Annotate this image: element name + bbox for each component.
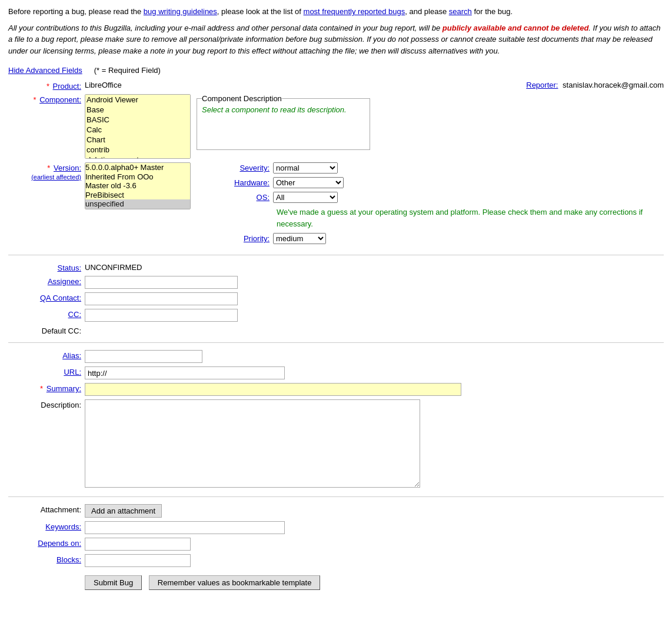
- assignee-input[interactable]: [85, 276, 238, 289]
- component-option-android-viewer[interactable]: Android Viewer: [85, 95, 190, 105]
- submit-buttons: Submit Bug Remember values as bookmarkab…: [85, 575, 664, 590]
- summary-label[interactable]: Summary:: [46, 384, 81, 393]
- depends-on-label-col: Depends on:: [8, 538, 85, 548]
- status-value: UNCONFIRMED: [85, 263, 142, 272]
- status-field: UNCONFIRMED: [85, 263, 664, 272]
- status-label-col: Status:: [8, 262, 85, 272]
- cc-input[interactable]: [85, 309, 238, 322]
- summary-required-star: *: [40, 384, 43, 393]
- remember-values-button[interactable]: Remember values as bookmarkable template: [149, 575, 321, 590]
- os-label[interactable]: OS:: [257, 193, 270, 202]
- version-select[interactable]: 5.0.0.0.alpha0+ Master Inherited From OO…: [85, 162, 191, 209]
- attachment-row: Attachment: Add an attachment: [8, 504, 664, 518]
- qa-contact-input[interactable]: [85, 292, 238, 305]
- component-label[interactable]: Component:: [39, 95, 81, 104]
- intro-text-after-link2: , and please: [405, 7, 448, 16]
- keywords-input[interactable]: [85, 521, 285, 534]
- url-label[interactable]: URL:: [64, 368, 81, 376]
- keywords-label[interactable]: Keywords:: [45, 522, 81, 531]
- blocks-label[interactable]: Blocks:: [56, 555, 81, 564]
- os-select[interactable]: All Windows XP Windows 7 Linux Mac OS X …: [273, 192, 338, 203]
- add-attachment-button[interactable]: Add an attachment: [85, 504, 162, 518]
- hardware-select[interactable]: All Other PC Power PC Sun Macintosh: [273, 177, 344, 188]
- attachment-field: Add an attachment: [85, 504, 664, 518]
- alias-field: [85, 350, 664, 363]
- product-label[interactable]: Product:: [53, 82, 81, 91]
- alias-input[interactable]: [85, 350, 202, 363]
- hardware-row: Hardware: All Other PC Power PC Sun Maci…: [214, 177, 664, 188]
- version-option-unspecified[interactable]: unspecified: [85, 199, 190, 209]
- priority-label-col: Priority:: [214, 234, 273, 243]
- severity-label[interactable]: Severity:: [239, 164, 270, 172]
- summary-input[interactable]: [85, 383, 461, 396]
- priority-select[interactable]: P1 P2 P3 medium P5: [273, 233, 326, 244]
- submit-bug-button[interactable]: Submit Bug: [85, 575, 142, 590]
- component-option-contrib[interactable]: contrib: [85, 145, 190, 155]
- default-cc-label: Default CC:: [42, 326, 81, 335]
- product-label-col: * Product:: [8, 81, 85, 91]
- status-row: Status: UNCONFIRMED: [8, 262, 664, 272]
- depends-on-field: [85, 538, 664, 551]
- os-guess-message: We've made a guess at your operating sys…: [277, 208, 643, 228]
- version-field: 5.0.0.0.alpha0+ Master Inherited From OO…: [85, 162, 191, 209]
- divider3: [8, 496, 664, 497]
- url-input[interactable]: [85, 366, 285, 379]
- submit-row: Submit Bug Remember values as bookmarkab…: [8, 575, 664, 590]
- hardware-label-col: Hardware:: [214, 178, 273, 187]
- right-fields: Severity: blocker critical major normal …: [214, 162, 664, 248]
- version-earliest-affected-link[interactable]: (earliest affected): [31, 174, 81, 181]
- url-row: URL:: [8, 366, 664, 379]
- depends-on-input[interactable]: [85, 538, 191, 551]
- version-label[interactable]: Version:: [54, 164, 81, 172]
- component-option-calc[interactable]: Calc: [85, 125, 190, 135]
- alias-label[interactable]: Alias:: [62, 351, 81, 360]
- description-textarea[interactable]: [85, 399, 420, 488]
- severity-select[interactable]: blocker critical major normal minor triv…: [273, 162, 338, 174]
- privacy-notice: All your contributions to this Bugzilla,…: [8, 22, 664, 57]
- component-field: Android Viewer Base BASIC Calc Chart con…: [85, 94, 664, 159]
- cc-label[interactable]: CC:: [68, 310, 81, 319]
- hide-advanced-link[interactable]: Hide Advanced Fields: [8, 66, 82, 75]
- attachment-label: Attachment:: [41, 505, 81, 514]
- blocks-input[interactable]: [85, 554, 191, 567]
- status-label[interactable]: Status:: [58, 264, 81, 272]
- component-option-base[interactable]: Base: [85, 105, 190, 115]
- reporter-label[interactable]: Reporter:: [526, 81, 558, 89]
- component-description-box: Component Description Select a component…: [197, 94, 370, 150]
- version-option-alpha[interactable]: 5.0.0.0.alpha0+ Master: [85, 163, 190, 172]
- depends-on-label[interactable]: Depends on:: [38, 539, 81, 548]
- version-option-inherited[interactable]: Inherited From OOo: [85, 172, 190, 182]
- divider2: [8, 342, 664, 343]
- search-link[interactable]: search: [449, 7, 472, 16]
- priority-label[interactable]: Priority:: [244, 234, 270, 243]
- default-cc-label-col: Default CC:: [8, 325, 85, 335]
- qa-contact-field: [85, 292, 664, 305]
- version-severity-area: * Version: (earliest affected) 5.0.0.0.a…: [8, 162, 664, 248]
- keywords-row: Keywords:: [8, 521, 664, 534]
- most-frequently-reported-link[interactable]: most frequently reported bugs: [304, 7, 405, 16]
- description-field: [85, 399, 664, 489]
- bug-writing-guidelines-link[interactable]: bug writing guidelines: [144, 7, 217, 16]
- severity-row: Severity: blocker critical major normal …: [214, 162, 664, 174]
- assignee-label[interactable]: Assignee:: [48, 277, 81, 286]
- form-section: * Product: LibreOffice Reporter: stanisl…: [8, 81, 664, 590]
- os-guess-text: We've made a guess at your operating sys…: [277, 206, 664, 229]
- component-option-deletionrequest[interactable]: deletionrequest: [85, 155, 190, 159]
- component-option-basic[interactable]: BASIC: [85, 115, 190, 125]
- blocks-label-col: Blocks:: [8, 554, 85, 564]
- component-row: * Component: Android Viewer Base BASIC C…: [8, 94, 664, 159]
- intro-text-after-link3: for the bug.: [472, 7, 513, 16]
- version-label-col: * Version: (earliest affected): [8, 162, 85, 181]
- version-option-prebibisect[interactable]: PreBibisect: [85, 191, 190, 200]
- url-field: [85, 366, 664, 379]
- keywords-label-col: Keywords:: [8, 521, 85, 531]
- hardware-label[interactable]: Hardware:: [234, 178, 270, 187]
- intro-text-before-link1: Before reporting a bug, please read the: [8, 7, 144, 16]
- version-option-master-old[interactable]: Master old -3.6: [85, 181, 190, 191]
- blocks-field: [85, 554, 664, 567]
- version-required-star: *: [47, 164, 50, 172]
- qa-contact-label[interactable]: QA Contact:: [40, 294, 81, 302]
- component-option-chart[interactable]: Chart: [85, 135, 190, 145]
- assignee-label-col: Assignee:: [8, 276, 85, 286]
- component-select[interactable]: Android Viewer Base BASIC Calc Chart con…: [85, 94, 191, 159]
